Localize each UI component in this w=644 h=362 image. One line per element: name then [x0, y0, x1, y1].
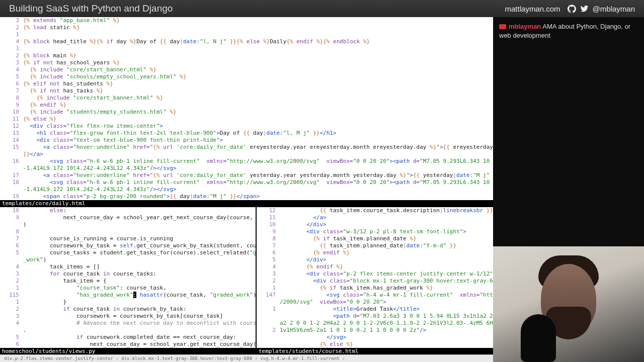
code-right[interactable]: {{ task_item.course_task.description|lin… — [280, 207, 493, 348]
breadcrumb-bar: div.p-2.flex.items-center.justify-center… — [0, 354, 497, 362]
status-right: templates/students/course.html — [257, 348, 495, 355]
pane-top[interactable]: 321412345678910111213141516171819 {% ext… — [0, 17, 493, 200]
editor-workspace: 321412345678910111213141516171819 {% ext… — [0, 17, 493, 362]
webcam-feed — [493, 246, 644, 362]
camera-icon — [499, 24, 506, 29]
gutter-right: 121110987654321147123456@@ — [257, 207, 280, 348]
chat-username: mblayman — [509, 23, 541, 30]
stream-header: Building SaaS with Python and Django mat… — [0, 0, 644, 18]
status-left: homeschool/students/views.py — [0, 348, 258, 355]
stream-socials: mattlayman.com @mblayman — [505, 5, 635, 13]
microphone-icon — [521, 314, 556, 362]
pane-right[interactable]: 121110987654321147123456@@ {{ task_item.… — [257, 207, 493, 348]
gutter-left: 1098765432111512345678910 — [0, 207, 23, 348]
site-url: mattlayman.com — [505, 5, 560, 13]
gutter-top: 321412345678910111213141516171819 — [0, 17, 23, 200]
chat-message: mblayman AMA about Python, Django, or we… — [493, 17, 644, 45]
stream-title: Building SaaS with Python and Django — [9, 3, 173, 14]
stream-sidebar: mblayman AMA about Python, Django, or we… — [493, 17, 644, 362]
code-left[interactable]: else: next_course_day = school_year.get_… — [23, 207, 256, 348]
pane-left[interactable]: 1098765432111512345678910 else: next_cou… — [0, 207, 256, 348]
status-top: templates/core/daily.html — [0, 200, 493, 207]
github-icon — [568, 5, 576, 13]
twitter-handle: @mblayman — [593, 5, 635, 13]
code-top[interactable]: {% extends "app_base.html" %}{% load sta… — [23, 17, 493, 200]
twitter-icon — [580, 5, 589, 13]
